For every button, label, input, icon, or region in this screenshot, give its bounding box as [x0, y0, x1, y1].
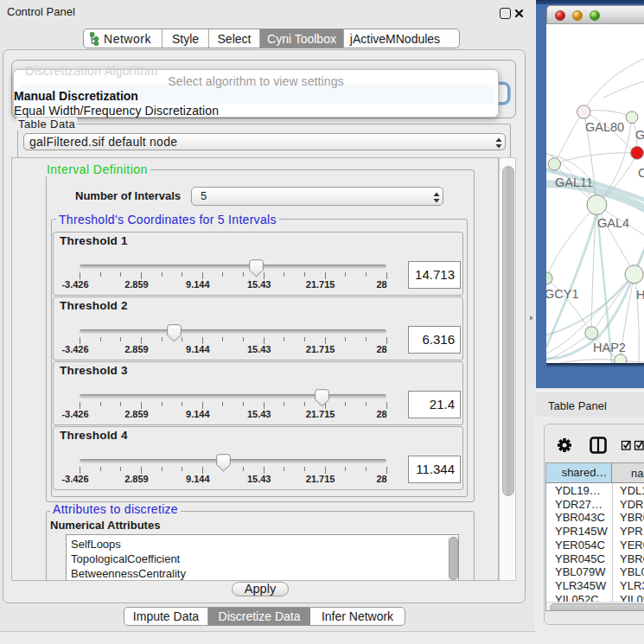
svg-text:H: H [636, 288, 644, 302]
svg-text:GAL4: GAL4 [597, 216, 629, 230]
svg-text:C: C [638, 166, 644, 180]
svg-text:GA: GA [635, 128, 644, 142]
svg-text:GCY1: GCY1 [546, 287, 579, 301]
svg-text:GAL80: GAL80 [585, 120, 624, 134]
svg-text:GAL11: GAL11 [555, 175, 593, 189]
svg-text:HAP2: HAP2 [593, 341, 626, 354]
